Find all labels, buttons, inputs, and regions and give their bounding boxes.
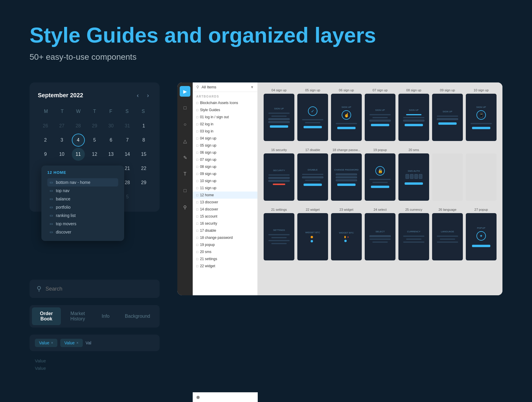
cal-day[interactable]: 29 (88, 119, 101, 132)
cal-day[interactable]: 12 (88, 148, 101, 161)
prev-month-button[interactable]: ‹ (134, 91, 141, 100)
figma-tool-component[interactable]: □ (180, 185, 190, 196)
cal-day[interactable]: 29 (137, 176, 150, 189)
figma-layer-07[interactable]: □ 07 sign up (193, 156, 257, 163)
figma-layer-20[interactable]: □ 20 sms (193, 248, 257, 255)
screen-23-widget[interactable]: WIDGET BTC (331, 213, 362, 260)
screen-18-change-password[interactable]: CHANGE PASSWORD (331, 153, 362, 201)
figma-layer-03[interactable]: □ 03 log in (193, 128, 257, 135)
cal-day-selected[interactable]: 4 (72, 134, 85, 147)
cal-day[interactable]: 15 (137, 148, 150, 161)
cal-day[interactable]: 8 (137, 134, 150, 147)
figma-layer-09[interactable]: □ 09 sign up (193, 170, 257, 177)
next-month-button[interactable]: › (145, 91, 151, 100)
layer-item[interactable]: ▭ bottom nav - home (47, 178, 118, 187)
figma-layer-10[interactable]: □ 10 sign up (193, 177, 257, 184)
tag-close-icon[interactable]: × (51, 341, 53, 345)
figma-layer-15[interactable]: □ 15 account (193, 213, 257, 220)
figma-layer-name: 15 account (200, 214, 218, 218)
figma-tool-frame[interactable]: □ (180, 103, 190, 113)
screen-10-signup[interactable]: SIGN UP 📱 (466, 94, 497, 141)
layer-item[interactable]: ▭ top movers (47, 220, 118, 228)
figma-layer-05[interactable]: □ 05 sign up (193, 142, 257, 149)
tab-info[interactable]: Info (95, 310, 117, 322)
tag-value-1[interactable]: Value × (35, 339, 57, 347)
figma-tool-zoom[interactable]: ⚲ (180, 202, 190, 213)
figma-tool-text[interactable]: T (180, 169, 190, 179)
page-icon: □ (196, 215, 198, 218)
layer-item[interactable]: ▭ portfolio (47, 203, 118, 211)
figma-layer-22[interactable]: □ 22 widget (193, 262, 257, 270)
figma-layer-style-guides[interactable]: □ Style Guides (193, 106, 257, 114)
cal-day[interactable]: 6 (104, 134, 117, 147)
figma-layer-18[interactable]: □ 18 change password (193, 234, 257, 241)
layer-item[interactable]: ▭ balance (47, 195, 118, 203)
screen-24-select[interactable]: SELECT (365, 213, 395, 260)
figma-layer-21[interactable]: □ 21 settings (193, 255, 257, 262)
cal-day[interactable]: 31 (121, 119, 134, 132)
layer-item[interactable]: ▭ top nav (47, 187, 118, 195)
screen-label: SIGN UP (476, 106, 486, 108)
figma-layer-16[interactable]: □ 16 security (193, 220, 257, 227)
tag-close-icon[interactable]: × (77, 341, 79, 345)
figma-tool-select[interactable]: ▶ (180, 86, 190, 97)
figma-layer-17[interactable]: □ 17 disable (193, 227, 257, 234)
screen-26-language[interactable]: LANGUAGE (432, 213, 463, 260)
screen-confirm-btn (472, 245, 490, 247)
figma-layer-12[interactable]: □ 12 home (193, 192, 257, 199)
search-input[interactable] (46, 286, 153, 292)
screen-06-signup[interactable]: SIGN UP ☝ (331, 94, 362, 141)
screen-line (403, 236, 425, 237)
screen-08-signup[interactable]: SIGN UP (398, 94, 429, 141)
tab-background[interactable]: Background (118, 310, 157, 322)
screen-21-settings[interactable]: SETTINGS (264, 213, 294, 260)
screen-19-popup[interactable]: 🔒 (365, 153, 395, 201)
figma-layer-14[interactable]: □ 14 discover (193, 206, 257, 213)
figma-layer-11[interactable]: □ 11 sign up (193, 184, 257, 192)
figma-dropdown-icon[interactable]: ▼ (250, 85, 254, 89)
figma-tool-triangle[interactable]: △ (180, 136, 190, 146)
layer-item[interactable]: ▭ discover (47, 228, 118, 236)
figma-layer-blockchain[interactable]: □ Blockchain Assets Icons (193, 99, 257, 106)
figma-layer-19[interactable]: □ 19 popup (193, 241, 257, 248)
cal-day[interactable]: 28 (72, 119, 85, 132)
screen-17-disable[interactable]: DISABLE (297, 153, 328, 201)
cal-day[interactable]: 30 (104, 119, 117, 132)
screen-22-widget[interactable]: WIDGET BTC (297, 213, 328, 260)
figma-layer-08[interactable]: □ 08 sign up (193, 163, 257, 170)
cal-day[interactable]: 10 (55, 148, 68, 161)
cal-day[interactable]: 22 (137, 162, 150, 175)
layer-item[interactable]: ▭ ranking list (47, 211, 118, 220)
cal-day[interactable]: 7 (121, 134, 134, 147)
cal-day[interactable]: 5 (88, 134, 101, 147)
tag-input[interactable] (86, 341, 103, 345)
cal-day[interactable]: 26 (39, 119, 52, 132)
figma-layer-01[interactable]: □ 01 log in / sign out (193, 114, 257, 121)
screen-07-signup[interactable]: SIGN UP (365, 94, 395, 141)
tag-value-2[interactable]: Value × (60, 339, 83, 347)
screen-16-security[interactable]: SECURITY (264, 153, 294, 201)
screen-09-signup[interactable]: SIGN UP (432, 94, 463, 141)
screen-20-sms[interactable]: SMS AUTH (398, 153, 429, 201)
cal-day[interactable]: 13 (104, 148, 117, 161)
figma-tool-ellipse[interactable]: ○ (180, 119, 190, 130)
page-subtitle: 50+ easy-to-use components (30, 52, 502, 62)
cal-day[interactable]: 1 (137, 119, 150, 132)
cal-day[interactable]: 14 (121, 148, 134, 161)
tab-market-history[interactable]: Market History (62, 307, 93, 325)
figma-tool-pen[interactable]: ✎ (180, 152, 190, 163)
screen-04-signup[interactable]: SIGN UP (264, 94, 294, 141)
cal-day[interactable]: 27 (55, 119, 68, 132)
tab-order-book[interactable]: Order Book (32, 307, 61, 325)
cal-day[interactable]: 3 (55, 134, 68, 147)
screen-05-signup[interactable]: ✓ (297, 94, 328, 141)
screen-27-popup[interactable]: POPUP ✦ (466, 213, 497, 260)
cal-day[interactable]: 2 (39, 134, 52, 147)
cal-day-today[interactable]: 11 (72, 148, 85, 161)
figma-layer-13[interactable]: □ 13 discover (193, 199, 257, 206)
figma-layer-04[interactable]: □ 04 sign up (193, 135, 257, 142)
screen-25-currency[interactable]: CURRENCY (398, 213, 429, 260)
figma-layer-06[interactable]: □ 06 sign up (193, 149, 257, 156)
cal-day[interactable]: 9 (39, 148, 52, 161)
figma-layer-02[interactable]: □ 02 log in (193, 121, 257, 128)
